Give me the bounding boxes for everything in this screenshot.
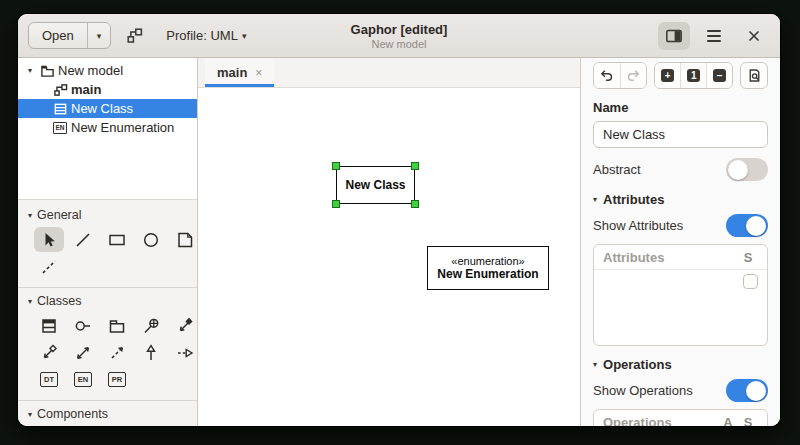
name-input[interactable] [593,121,768,148]
comment-icon [175,230,195,250]
show-operations-toggle[interactable] [726,379,768,402]
class-element[interactable]: New Class [336,166,415,204]
show-attributes-toggle[interactable] [726,214,768,237]
name-label: Name [593,100,768,115]
close-button[interactable] [738,22,770,50]
show-operations-label: Show Operations [593,383,693,398]
attributes-section-label: Attributes [603,192,664,207]
operations-section-header[interactable]: ▾ Operations [593,357,768,372]
redo-button[interactable] [620,63,646,88]
operations-section-label: Operations [603,357,672,372]
toolbox-section-components[interactable]: ▾ Components [18,403,197,424]
selection-handle[interactable] [332,200,340,208]
toolbox-section-general[interactable]: ▾ General [18,204,197,225]
tab-main[interactable]: main × [205,58,274,87]
tool-box-button[interactable] [102,227,132,252]
tool-pointer-button[interactable] [34,227,64,252]
tool-line-button[interactable] [68,227,98,252]
show-operations-row: Show Operations [593,379,768,402]
preview-button[interactable] [740,62,768,89]
selection-handle[interactable] [332,162,340,170]
toggle-right-panel-button[interactable] [658,22,690,50]
menu-icon [707,30,721,42]
tool-comment-line-button[interactable] [34,254,64,279]
tool-shared-association-button[interactable] [34,340,64,365]
tool-ellipse-button[interactable] [136,227,166,252]
ellipse-icon [141,230,161,250]
tool-package-button[interactable] [102,313,132,338]
package-icon [107,316,127,336]
attributes-list: Attributes S [593,244,768,346]
window-title-block: Gaphor [edited] New model [351,22,448,50]
diagram-icon [52,82,68,97]
class-icon [52,101,68,116]
tool-interface-realization-button[interactable] [170,340,197,365]
open-button[interactable]: Open [29,23,87,48]
abstract-label: Abstract [593,162,641,177]
composite-association-icon [175,316,195,336]
tool-enumeration-button[interactable]: EN [68,367,98,392]
static-checkbox[interactable] [743,274,758,289]
expander-icon: ▾ [593,195,597,204]
operations-list-header: Operations A S [594,410,767,426]
tool-dependency-button[interactable] [102,340,132,365]
diagram-canvas[interactable]: New Class «enumeration» New Enumeration [198,88,580,426]
zoom-in-button[interactable]: + [655,63,681,88]
tool-generalization-button[interactable] [136,340,166,365]
redo-icon [625,67,642,84]
open-dropdown-button[interactable]: ▾ [87,23,111,48]
tab-close-icon[interactable]: × [255,66,262,80]
tool-primitive-button[interactable]: PR [102,367,132,392]
static-column-header: S [738,415,758,426]
diagram-area: main × New Class «enumeration» New Enume… [198,58,580,426]
attribute-row[interactable] [594,270,767,293]
attributes-section-header[interactable]: ▾ Attributes [593,192,768,207]
abstract-column-header: A [718,415,738,426]
selection-handle[interactable] [411,200,419,208]
interface-icon [73,316,93,336]
tool-interface-button[interactable] [68,313,98,338]
tool-comment-button[interactable] [170,227,197,252]
close-icon [746,28,762,44]
attributes-header-label: Attributes [603,250,738,265]
tree-item-new-enumeration[interactable]: EN New Enumeration [18,118,197,137]
zoom-100-button[interactable]: 1 [680,63,706,88]
profile-selector[interactable]: Profile: UML ▾ [159,24,253,47]
zoom-100-icon: 1 [687,69,700,82]
interface-realization-icon [175,343,195,363]
tool-association-button[interactable] [68,340,98,365]
undo-icon [598,67,615,84]
tree-item-new-class[interactable]: New Class [18,99,197,118]
tool-class-button[interactable] [34,313,64,338]
tree-item-main[interactable]: main [18,80,197,99]
section-label: Classes [37,294,81,308]
tab-bar: main × [198,58,580,88]
containment-icon [141,316,161,336]
tree-item-label: New Class [71,101,133,116]
folder-icon [39,63,55,78]
new-diagram-button[interactable] [119,22,151,50]
zoom-out-button[interactable]: − [706,63,732,88]
generalization-icon [141,343,161,363]
expander-icon[interactable]: ▾ [24,66,36,75]
data-type-icon: DT [40,372,58,387]
tool-data-type-button[interactable]: DT [34,367,64,392]
open-split-button: Open ▾ [28,22,111,49]
abstract-toggle[interactable] [726,158,768,181]
tool-containment-button[interactable] [136,313,166,338]
tab-label: main [217,65,247,80]
profile-label: Profile: UML [166,28,238,43]
undo-button[interactable] [594,63,620,88]
tree-item-new-model[interactable]: ▾ New model [18,61,197,80]
menu-button[interactable] [698,22,730,50]
operations-list: Operations A S [593,409,768,426]
static-column-header: S [738,250,758,265]
toolbox-section-classes[interactable]: ▾ Classes [18,290,197,311]
tool-composite-association-button[interactable] [170,313,197,338]
zoom-group: + 1 − [654,62,734,89]
enumeration-element[interactable]: «enumeration» New Enumeration [427,246,549,290]
properties-toolbar: + 1 − [593,62,768,89]
chevron-down-icon: ▾ [242,31,247,41]
selection-handle[interactable] [411,162,419,170]
expander-icon: ▾ [593,360,597,369]
